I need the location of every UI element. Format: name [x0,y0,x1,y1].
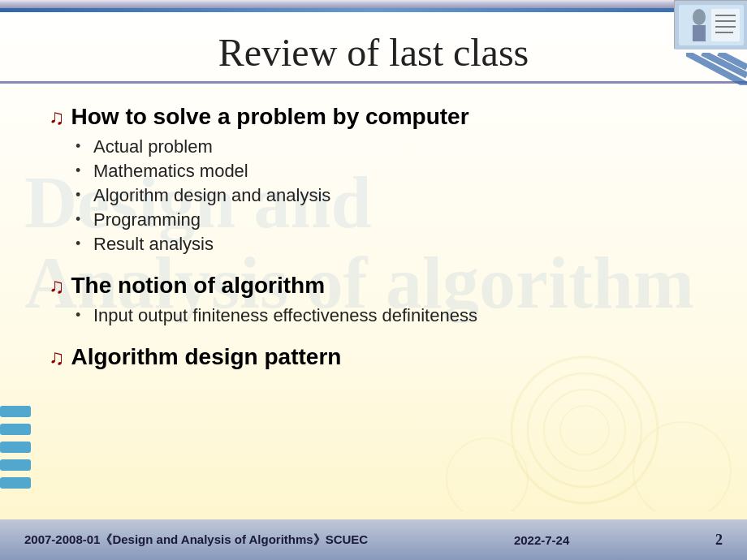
logo-image [674,0,747,49]
section-header-3: ♫ Algorithm design pattern [49,344,698,370]
list-item: Actual problem [93,136,698,157]
svg-point-16 [633,422,731,511]
notion-items: Input output finiteness effectiveness de… [93,305,477,325]
bullet-3: ♫ [49,347,65,368]
section-notion: ♫ The notion of algorithm • Input output… [49,273,698,326]
svg-rect-21 [0,459,31,471]
section-title-2: The notion of algorithm [71,273,326,299]
content-area: ♫ How to solve a problem by computer Act… [0,84,747,396]
list-item: Mathematics model [93,161,698,182]
svg-point-17 [447,438,528,511]
section-1-list: Actual problem Mathematics model Algorit… [49,136,698,255]
footer: 2007-2008-01《Design and Analysis of Algo… [0,519,747,560]
svg-point-15 [560,406,609,454]
section-header-1: ♫ How to solve a problem by computer [49,104,698,130]
footer-date: 2022-7-24 [514,533,569,547]
svg-rect-22 [0,477,31,489]
bullet-1: ♫ [49,107,65,128]
list-item: Result analysis [93,234,698,255]
list-item: Programming [93,209,698,230]
svg-rect-19 [0,424,31,435]
section-header-2: ♫ The notion of algorithm [49,273,698,299]
title-area: Review of last class [0,12,747,84]
top-right-logo [674,0,747,57]
svg-rect-18 [0,406,31,417]
footer-course: 2007-2008-01《Design and Analysis of Algo… [24,532,368,548]
section-design: ♫ Algorithm design pattern [49,344,698,370]
svg-point-14 [544,390,625,471]
diagonal-marks [686,53,747,85]
slide-title: Review of last class [65,30,682,75]
list-item: Algorithm design and analysis [93,185,698,206]
slide: Design and Analysis of algorithm Review … [0,0,747,560]
bullet-2: ♫ [49,276,65,297]
svg-rect-20 [0,442,31,453]
footer-page: 2 [715,532,723,549]
svg-rect-4 [711,9,740,41]
section-title-1: How to solve a problem by computer [71,104,469,130]
section-title-3: Algorithm design pattern [71,344,342,370]
svg-rect-3 [693,25,706,41]
notion-inline-text: • Input output finiteness effectiveness … [49,305,698,326]
left-stripes [0,398,32,519]
top-bar [0,0,747,8]
svg-point-2 [693,9,706,25]
section-computer: ♫ How to solve a problem by computer Act… [49,104,698,255]
